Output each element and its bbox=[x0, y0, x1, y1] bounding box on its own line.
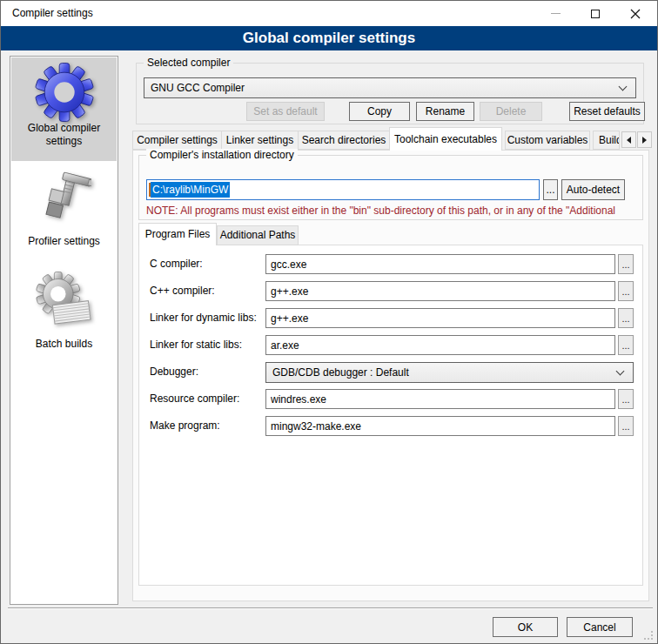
sidebar-item-label: Global compiler settings bbox=[16, 122, 113, 148]
tab-build-options[interactable]: Build bbox=[593, 131, 620, 150]
compiler-select-value: GNU GCC Compiler bbox=[144, 82, 620, 94]
reset-defaults-button[interactable]: Reset defaults bbox=[569, 102, 645, 121]
c-compiler-browse-button[interactable]: ... bbox=[618, 254, 634, 274]
selected-compiler-group: Selected compiler GNU GCC Compiler Set a… bbox=[136, 63, 644, 124]
sidebar-item-global-compiler-settings[interactable]: Global compiler settings bbox=[11, 57, 117, 161]
resource-compiler-input[interactable] bbox=[265, 389, 615, 409]
resource-compiler-browse-button[interactable]: ... bbox=[618, 389, 634, 409]
chevron-down-icon bbox=[616, 367, 625, 376]
tab-compiler-settings[interactable]: Compiler settings bbox=[132, 131, 222, 150]
resize-grip[interactable] bbox=[644, 631, 653, 640]
subtab-additional-paths[interactable]: Additional Paths bbox=[217, 225, 299, 245]
install-dir-input[interactable]: C:\raylib\MinGW bbox=[146, 179, 540, 200]
copy-button[interactable]: Copy bbox=[349, 102, 410, 121]
ok-button[interactable]: OK bbox=[493, 617, 558, 637]
maximize-button[interactable] bbox=[577, 1, 614, 26]
installation-directory-group: Compiler's installation directory C:\ray… bbox=[138, 155, 643, 220]
minimize-button[interactable] bbox=[537, 1, 574, 26]
window-title: Compiler settings bbox=[12, 1, 93, 26]
maximize-icon bbox=[591, 10, 600, 18]
sidebar-item-label: Batch builds bbox=[16, 338, 113, 351]
chevron-down-icon bbox=[619, 83, 628, 91]
footer-divider bbox=[8, 607, 653, 609]
dynamic-linker-browse-button[interactable]: ... bbox=[618, 308, 634, 328]
delete-button[interactable]: Delete bbox=[480, 102, 542, 121]
field-label-resource-compiler: Resource compiler: bbox=[150, 389, 239, 409]
subtab-program-files[interactable]: Program Files bbox=[138, 223, 217, 245]
tab-scroll-right-button[interactable] bbox=[637, 131, 652, 148]
field-label-make-program: Make program: bbox=[150, 416, 220, 436]
field-label-c-compiler: C compiler: bbox=[150, 254, 203, 274]
gear-blue-icon bbox=[35, 63, 94, 122]
program-files-panel: C compiler: ... C++ compiler: ... Linker… bbox=[138, 245, 643, 586]
auto-detect-button[interactable]: Auto-detect bbox=[561, 179, 625, 200]
cpp-compiler-browse-button[interactable]: ... bbox=[618, 281, 634, 301]
tab-linker-settings[interactable]: Linker settings bbox=[221, 131, 299, 150]
set-as-default-button[interactable]: Set as default bbox=[246, 102, 325, 121]
close-icon bbox=[630, 9, 641, 19]
sidebar-item-batch-builds[interactable]: Batch builds bbox=[11, 272, 117, 360]
make-program-browse-button[interactable]: ... bbox=[618, 416, 634, 436]
note-text: NOTE: All programs must exist either in … bbox=[146, 205, 639, 217]
tab-scroll-left-button[interactable] bbox=[621, 131, 636, 148]
arrow-right-icon bbox=[642, 137, 647, 144]
group-label: Selected compiler bbox=[144, 57, 233, 69]
settings-category-list: Global compiler settings bbox=[10, 56, 118, 605]
cancel-button[interactable]: Cancel bbox=[567, 617, 633, 637]
dynamic-linker-input[interactable] bbox=[265, 308, 615, 328]
make-program-input[interactable] bbox=[265, 416, 615, 436]
compiler-select[interactable]: GNU GCC Compiler bbox=[144, 77, 636, 98]
static-linker-input[interactable] bbox=[265, 335, 615, 355]
tab-custom-variables[interactable]: Custom variables bbox=[505, 131, 590, 150]
install-dir-browse-button[interactable]: ... bbox=[543, 179, 558, 200]
rename-button[interactable]: Rename bbox=[416, 102, 474, 121]
close-button[interactable] bbox=[617, 1, 654, 26]
debugger-select-value: GDB/CDB debugger : Default bbox=[266, 366, 617, 379]
titlebar: Compiler settings bbox=[1, 1, 657, 26]
field-label-static-linker: Linker for static libs: bbox=[150, 335, 242, 355]
gear-stack-icon bbox=[35, 272, 94, 329]
install-dir-value: C:\raylib\MinGW bbox=[151, 182, 230, 198]
debugger-select[interactable]: GDB/CDB debugger : Default bbox=[265, 362, 634, 383]
cpp-compiler-input[interactable] bbox=[265, 281, 615, 301]
banner-title: Global compiler settings bbox=[1, 26, 657, 50]
dialog-banner: Global compiler settings bbox=[1, 26, 657, 50]
field-label-debugger: Debugger: bbox=[150, 362, 198, 382]
sidebar-item-profiler-settings[interactable]: Profiler settings bbox=[11, 171, 117, 254]
arrow-left-icon bbox=[627, 137, 631, 144]
compiler-settings-dialog: Compiler settings Global compiler settin… bbox=[0, 0, 658, 644]
field-label-cpp-compiler: C++ compiler: bbox=[150, 281, 215, 301]
static-linker-browse-button[interactable]: ... bbox=[618, 335, 634, 355]
minimize-icon bbox=[551, 13, 561, 14]
tab-toolchain-executables[interactable]: Toolchain executables bbox=[389, 127, 502, 151]
field-label-dynamic-linker: Linker for dynamic libs: bbox=[150, 308, 257, 328]
tab-search-directories[interactable]: Search directories bbox=[298, 131, 390, 150]
c-compiler-input[interactable] bbox=[265, 254, 615, 274]
caliper-icon bbox=[37, 171, 91, 226]
group-label: Compiler's installation directory bbox=[146, 149, 298, 161]
sidebar-item-label: Profiler settings bbox=[16, 235, 113, 248]
